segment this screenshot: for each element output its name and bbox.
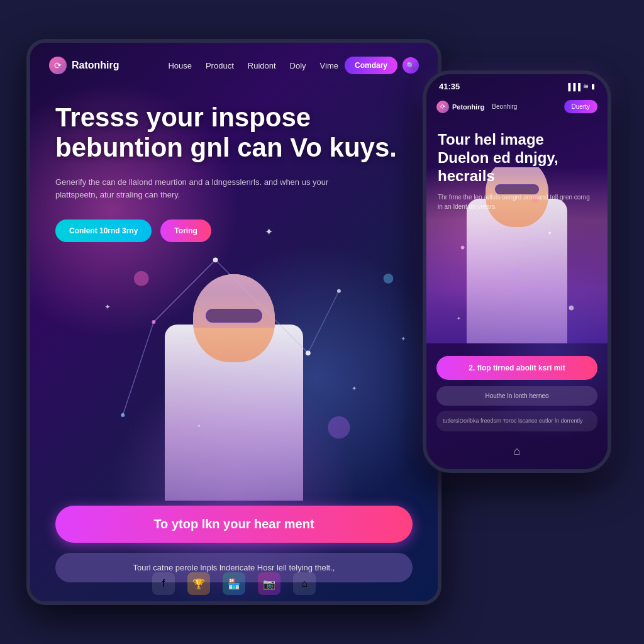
scene: ✦ ✦ ✦ ✦ ✦ ⟳ Ratonhirg House Product Ruid…	[14, 20, 630, 624]
phone-bottom-section: 2. flop tirned abolit ksri mit Houthe ln…	[426, 356, 608, 432]
store-icon[interactable]: 🏪	[223, 572, 245, 595]
tablet-nav-links: House Product Ruidont Doly Vime	[168, 60, 338, 71]
tablet-device: ✦ ✦ ✦ ✦ ✦ ⟳ Ratonhirg House Product Ruid…	[26, 39, 441, 605]
phone-screen: ✦ ✦ 41:35 ▐▐▐ ≋ ▮ ⟳ Petonhirg Beonhir	[426, 74, 608, 469]
phone-home-icon[interactable]: ⌂	[514, 445, 521, 458]
phone-nav-cta-button[interactable]: Duerty	[564, 100, 597, 113]
phone-status-icons: ▐▐▐ ≋ ▮	[566, 82, 595, 91]
wifi-icon: ≋	[583, 82, 589, 91]
phone-text-area: tutlersiDoribka freedsrn Toroc iscance e…	[436, 411, 597, 432]
logo-icon: ⟳	[49, 57, 67, 74]
nav-link-vime[interactable]: Vime	[320, 61, 338, 70]
facebook-icon[interactable]: f	[152, 572, 175, 595]
phone-status-bar: 41:35 ▐▐▐ ≋ ▮	[426, 74, 608, 95]
nav-cta-button[interactable]: Comdary	[345, 57, 397, 74]
nav-item-vime[interactable]: Vime	[320, 60, 338, 71]
nav-item-product[interactable]: Product	[206, 60, 234, 71]
person-head	[193, 274, 275, 362]
hero-subtitle: Generify the can de llalond meurtion and…	[55, 176, 357, 203]
nav-item-house[interactable]: House	[168, 60, 192, 71]
big-cta-button[interactable]: To ytop lkn your hear ment	[55, 506, 413, 543]
tablet-navbar: ⟳ Ratonhirg House Product Ruidont Doly V…	[30, 43, 438, 84]
tablet-logo: ⟳ Ratonhirg	[49, 57, 119, 74]
phone-bottom-nav: ⌂	[426, 445, 608, 458]
nav-link-ruidont[interactable]: Ruidont	[248, 61, 276, 70]
phone-logo-icon: ⟳	[436, 101, 449, 113]
hero-buttons: Conlent 10rnd 3rny Toring	[55, 219, 413, 242]
phone-time: 41:35	[439, 82, 460, 91]
phone-hero-subtitle: Thr frme the leo adists oengrd aromand t…	[438, 192, 596, 211]
phone-navbar: ⟳ Petonhirg Beonhirg Duerty	[426, 95, 608, 118]
battery-icon: ▮	[591, 82, 595, 91]
social-icon[interactable]: 📷	[258, 572, 280, 595]
tablet-screen: ✦ ✦ ✦ ✦ ✦ ⟳ Ratonhirg House Product Ruid…	[30, 43, 438, 601]
signal-icon: ▐▐▐	[566, 83, 580, 91]
tablet-hero: Tresss your inspose bebuntion gnl can Vo…	[30, 84, 438, 242]
home-icon[interactable]: ⌂	[293, 572, 316, 595]
phone-logo-text: Petonhirg	[452, 103, 484, 111]
phone-secondary-button[interactable]: Houthe ln lonth herneo	[436, 386, 597, 406]
phone-hero-section: Tour hel image Duelon ed dnjgy, hecrails…	[426, 118, 608, 227]
phone-hero-title: Tour hel image Duelon ed dnjgy, hecrails	[438, 131, 596, 185]
logo-text: Ratonhirg	[72, 60, 119, 71]
nav-link-house[interactable]: House	[168, 61, 192, 70]
trophy-icon[interactable]: 🏆	[187, 572, 210, 595]
phone-logo: ⟳ Petonhirg	[436, 101, 484, 113]
nav-item-doly[interactable]: Doly	[290, 60, 306, 71]
search-icon[interactable]: 🔍	[402, 57, 419, 74]
phone-nav-link[interactable]: Beonhirg	[492, 103, 517, 110]
nav-link-product[interactable]: Product	[206, 61, 234, 70]
nav-link-doly[interactable]: Doly	[290, 61, 306, 70]
tablet-footer-icons: f 🏆 🏪 📷 ⌂	[30, 566, 438, 598]
nav-item-ruidont[interactable]: Ruidont	[248, 60, 276, 71]
person-figure	[133, 249, 335, 501]
person-sunglasses	[206, 309, 262, 323]
phone-device: ✦ ✦ 41:35 ▐▐▐ ≋ ▮ ⟳ Petonhirg Beonhir	[423, 70, 611, 473]
primary-cta-button[interactable]: Conlent 10rnd 3rny	[55, 219, 152, 242]
tablet-hero-image	[30, 199, 438, 501]
hero-title: Tresss your inspose bebuntion gnl can Vo…	[55, 103, 413, 164]
phone-cta-button[interactable]: 2. flop tirned abolit ksri mit	[436, 356, 597, 380]
secondary-cta-button[interactable]: Toring	[160, 219, 211, 242]
